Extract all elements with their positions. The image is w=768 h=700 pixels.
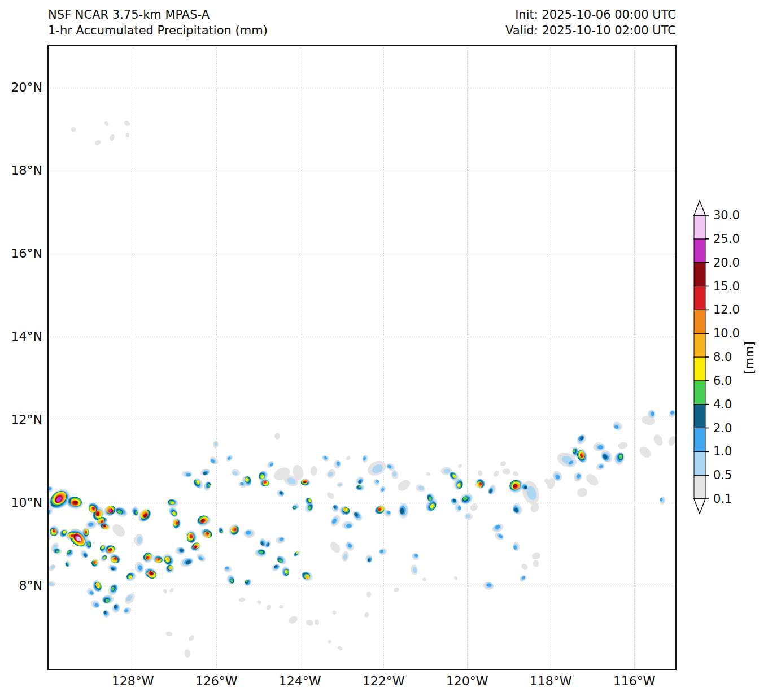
colorbar-tick-label: 4.0 (713, 398, 732, 411)
y-tick-label: 10°N (11, 495, 42, 510)
y-tick-label: 16°N (11, 246, 42, 260)
y-tick-label: 20°N (11, 80, 42, 94)
colorbar-tick-label: 0.5 (713, 468, 732, 482)
x-tick-label: 122°W (363, 674, 405, 688)
title-line-2: 1-hr Accumulated Precipitation (mm) (48, 23, 268, 38)
valid-time-label: Valid: 2025-10-10 02:00 UTC (505, 23, 676, 38)
precip-field-canvas (48, 45, 676, 669)
x-tick-label: 116°W (613, 674, 656, 688)
colorbar-tick-label: 1.0 (713, 445, 732, 458)
run-info: Init: 2025-10-06 00:00 UTCValid: 2025-10… (505, 7, 676, 38)
y-tick-label: 18°N (11, 163, 42, 177)
x-tick-label: 126°W (195, 674, 238, 688)
x-tick-label: 120°W (446, 674, 488, 688)
colorbar-tick-label: 20.0 (713, 256, 740, 269)
y-tick-label: 8°N (19, 579, 42, 593)
colorbar-tick-label: 12.0 (713, 303, 740, 316)
colorbar-unit-label: [mm] (743, 341, 756, 373)
colorbar-tick-label: 25.0 (713, 232, 740, 246)
colorbar-tick-label: 0.1 (713, 492, 732, 506)
y-tick-label: 14°N (11, 329, 42, 344)
colorbar-tick-label: 2.0 (713, 421, 732, 435)
colorbar-tick-label: 8.0 (713, 350, 732, 364)
x-tick-label: 124°W (279, 674, 321, 688)
init-time-label: Init: 2025-10-06 00:00 UTC (505, 7, 676, 23)
colorbar-tick-label: 6.0 (713, 374, 732, 388)
title-line-1: NSF NCAR 3.75-km MPAS-A (48, 7, 268, 23)
colorbar-tick-label: 30.0 (713, 208, 740, 222)
colorbar-tick-label: 10.0 (713, 327, 740, 340)
colorbar-tick-label: 15.0 (713, 280, 740, 293)
plot-title: NSF NCAR 3.75-km MPAS-A1-hr Accumulated … (48, 7, 268, 38)
y-tick-label: 12°N (11, 412, 42, 427)
x-tick-label: 118°W (530, 674, 572, 688)
figure: NSF NCAR 3.75-km MPAS-A1-hr Accumulated … (0, 0, 768, 700)
x-tick-label: 128°W (112, 674, 154, 688)
